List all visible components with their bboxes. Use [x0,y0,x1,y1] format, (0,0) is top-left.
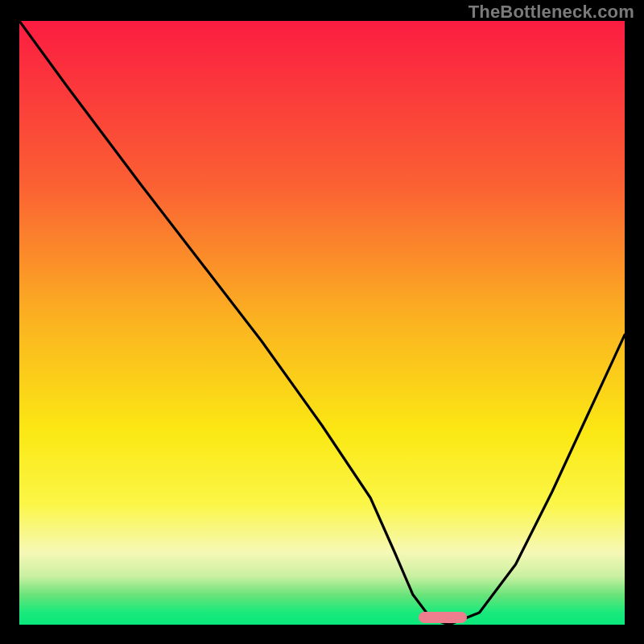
credit-label: TheBottleneck.com [469,2,634,23]
plot-area [19,21,625,625]
svg-rect-0 [19,21,625,625]
chart-container: TheBottleneck.com [0,0,644,644]
heat-gradient [19,21,625,625]
sweet-spot-marker [419,612,467,623]
